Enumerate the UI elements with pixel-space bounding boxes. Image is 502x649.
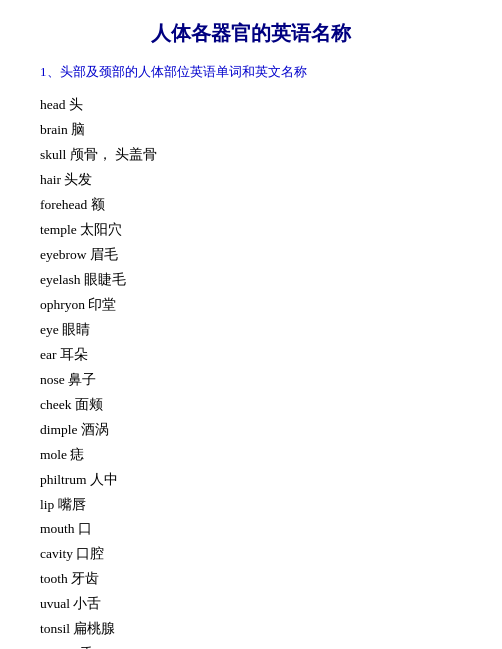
word-english: tonsil <box>40 621 73 636</box>
word-chinese: 牙齿 <box>71 571 99 586</box>
word-english: ophryon <box>40 297 88 312</box>
section-title: 1、头部及颈部的人体部位英语单词和英文名称 <box>40 63 462 81</box>
word-english: cheek <box>40 397 75 412</box>
word-chinese: 太阳穴 <box>80 222 122 237</box>
word-chinese: 嘴唇 <box>58 497 86 512</box>
list-item: lip 嘴唇 <box>40 493 462 518</box>
word-english: temple <box>40 222 80 237</box>
word-chinese: 头 <box>69 97 83 112</box>
word-chinese: 口腔 <box>76 546 104 561</box>
word-english: nose <box>40 372 68 387</box>
word-chinese: 痣 <box>70 447 84 462</box>
word-chinese: 面颊 <box>75 397 103 412</box>
word-english: head <box>40 97 69 112</box>
list-item: brain 脑 <box>40 118 462 143</box>
word-list: head 头brain 脑skull 颅骨， 头盖骨hair 头发forehea… <box>40 93 462 649</box>
list-item: skull 颅骨， 头盖骨 <box>40 143 462 168</box>
word-chinese: 眼睫毛 <box>84 272 126 287</box>
word-chinese: 眼睛 <box>62 322 90 337</box>
word-chinese: 酒涡 <box>81 422 109 437</box>
word-chinese: 口 <box>78 521 92 536</box>
word-english: philtrum <box>40 472 90 487</box>
word-english: tooth <box>40 571 71 586</box>
word-chinese: 鼻子 <box>68 372 96 387</box>
word-english: forehead <box>40 197 91 212</box>
word-english: brain <box>40 122 71 137</box>
word-english: mole <box>40 447 70 462</box>
word-chinese: 颅骨， 头盖骨 <box>70 147 157 162</box>
list-item: philtrum 人中 <box>40 468 462 493</box>
list-item: cheek 面颊 <box>40 393 462 418</box>
list-item: mouth 口 <box>40 517 462 542</box>
word-english: skull <box>40 147 70 162</box>
list-item: temple 太阳穴 <box>40 218 462 243</box>
list-item: eyelash 眼睫毛 <box>40 268 462 293</box>
list-item: cavity 口腔 <box>40 542 462 567</box>
word-chinese: 头发 <box>64 172 92 187</box>
list-item: ophryon 印堂 <box>40 293 462 318</box>
word-english: eyelash <box>40 272 84 287</box>
word-english: eyebrow <box>40 247 90 262</box>
list-item: ear 耳朵 <box>40 343 462 368</box>
list-item: nose 鼻子 <box>40 368 462 393</box>
list-item: eye 眼睛 <box>40 318 462 343</box>
list-item: tongue 舌 <box>40 642 462 649</box>
list-item: tooth 牙齿 <box>40 567 462 592</box>
word-english: uvual <box>40 596 73 611</box>
list-item: forehead 额 <box>40 193 462 218</box>
list-item: head 头 <box>40 93 462 118</box>
list-item: hair 头发 <box>40 168 462 193</box>
word-chinese: 脑 <box>71 122 85 137</box>
word-chinese: 人中 <box>90 472 118 487</box>
list-item: mole 痣 <box>40 443 462 468</box>
list-item: tonsil 扁桃腺 <box>40 617 462 642</box>
word-english: mouth <box>40 521 78 536</box>
word-english: hair <box>40 172 64 187</box>
list-item: uvual 小舌 <box>40 592 462 617</box>
word-chinese: 眉毛 <box>90 247 118 262</box>
word-chinese: 扁桃腺 <box>73 621 115 636</box>
word-english: ear <box>40 347 60 362</box>
word-chinese: 耳朵 <box>60 347 88 362</box>
word-chinese: 小舌 <box>73 596 101 611</box>
word-english: cavity <box>40 546 76 561</box>
word-chinese: 额 <box>91 197 105 212</box>
word-english: lip <box>40 497 58 512</box>
list-item: eyebrow 眉毛 <box>40 243 462 268</box>
page-title: 人体各器官的英语名称 <box>40 20 462 47</box>
word-english: dimple <box>40 422 81 437</box>
word-english: eye <box>40 322 62 337</box>
list-item: dimple 酒涡 <box>40 418 462 443</box>
word-chinese: 印堂 <box>88 297 116 312</box>
